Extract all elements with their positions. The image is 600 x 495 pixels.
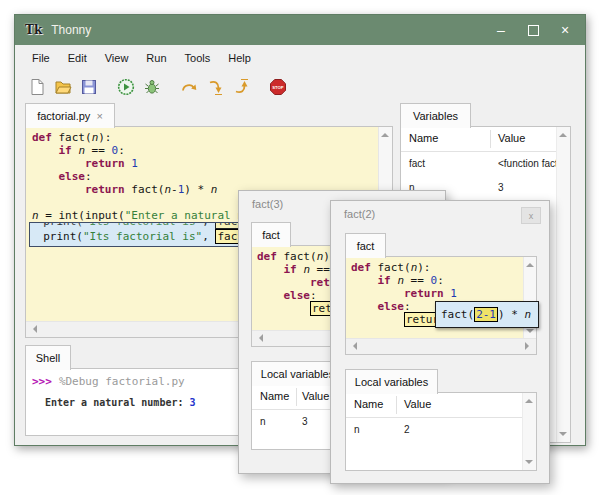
scroll-up-icon[interactable] bbox=[526, 259, 534, 267]
window-controls: – × bbox=[485, 15, 581, 45]
column-separator bbox=[490, 130, 491, 148]
tab-shell[interactable]: Shell bbox=[25, 345, 71, 370]
fact2-close-button[interactable]: x bbox=[521, 207, 541, 224]
scroll-up-icon[interactable] bbox=[559, 129, 567, 137]
shell-tab-label: Shell bbox=[36, 352, 60, 364]
fact2-locals-header: Name Value bbox=[346, 393, 536, 418]
fact3-tab-label: fact bbox=[262, 229, 280, 241]
cell-name: n bbox=[354, 424, 360, 435]
fact2-window-title: fact(2) bbox=[344, 208, 375, 220]
step-out-icon[interactable] bbox=[231, 77, 251, 97]
column-header-value: Value bbox=[498, 132, 525, 144]
user-input-text: 3 bbox=[190, 397, 196, 408]
minimize-button[interactable]: – bbox=[485, 15, 517, 45]
column-separator bbox=[396, 396, 397, 414]
menu-run[interactable]: Run bbox=[137, 49, 175, 67]
scroll-left-icon[interactable] bbox=[29, 325, 37, 333]
maximize-button[interactable] bbox=[517, 15, 549, 45]
open-file-icon[interactable] bbox=[53, 77, 73, 97]
fact3-locals-tab-label: Local variables bbox=[261, 368, 334, 380]
table-row[interactable]: fact<function fact a bbox=[401, 152, 570, 176]
scroll-up-icon[interactable] bbox=[525, 395, 533, 403]
cell-value: 2 bbox=[404, 424, 410, 435]
cell-name: n bbox=[260, 416, 266, 427]
debug-current-script-icon[interactable] bbox=[142, 77, 162, 97]
fact2-tab-fact[interactable]: fact bbox=[345, 233, 386, 258]
column-header-value: Value bbox=[302, 390, 329, 402]
fact2-frame-window: fact(2) x fact def fact(n): if n == 0: r… bbox=[330, 200, 550, 484]
column-separator bbox=[296, 388, 297, 406]
program-output-text: Enter a natural number: bbox=[45, 397, 190, 408]
shell-command: %Debug factorial.py bbox=[59, 375, 185, 388]
window-title: Thonny bbox=[51, 23, 91, 37]
menu-edit[interactable]: Edit bbox=[59, 49, 96, 67]
variables-tab-label: Variables bbox=[413, 110, 458, 122]
run-script-icon[interactable] bbox=[116, 77, 136, 97]
variables-scrollbar[interactable] bbox=[556, 127, 570, 442]
fact2-locals-frame: Name Value n2 bbox=[345, 392, 537, 471]
fact2-tab-local-variables[interactable]: Local variables bbox=[345, 369, 438, 394]
tab-factorial-py[interactable]: factorial.py × bbox=[25, 103, 115, 128]
tab-variables[interactable]: Variables bbox=[400, 103, 471, 128]
toolbar: STOP bbox=[15, 70, 585, 103]
scroll-down-icon[interactable] bbox=[526, 329, 534, 337]
scroll-down-icon[interactable] bbox=[559, 432, 567, 440]
fact2-evaluated-expression-overlay: fact(2-1) * n bbox=[435, 301, 539, 328]
menu-help[interactable]: Help bbox=[219, 49, 260, 67]
maximize-icon bbox=[528, 25, 539, 36]
fact2-locals-tab-label: Local variables bbox=[355, 376, 428, 388]
fact3-window-title: fact(3) bbox=[252, 198, 283, 210]
fact3-tab-fact[interactable]: fact bbox=[251, 222, 291, 247]
cell-value: 3 bbox=[302, 416, 308, 427]
step-over-icon[interactable] bbox=[179, 77, 199, 97]
tab-close-icon[interactable]: × bbox=[96, 110, 102, 122]
svg-text:STOP: STOP bbox=[272, 84, 284, 89]
column-header-value: Value bbox=[404, 398, 431, 410]
menubar: File Edit View Run Tools Help bbox=[15, 45, 585, 70]
scroll-left-icon[interactable] bbox=[349, 342, 357, 350]
column-header-name: Name bbox=[260, 390, 289, 402]
column-header-name: Name bbox=[409, 132, 438, 144]
shell-prompt: >>> bbox=[32, 375, 52, 388]
scroll-down-icon[interactable] bbox=[525, 460, 533, 468]
thonny-logo-icon: Tk bbox=[25, 23, 42, 37]
menu-file[interactable]: File bbox=[23, 49, 59, 67]
fact2-locals-scrollbar[interactable] bbox=[522, 393, 536, 470]
editor-tab-label: factorial.py bbox=[37, 110, 90, 122]
step-into-icon[interactable] bbox=[205, 77, 225, 97]
save-file-icon[interactable] bbox=[79, 77, 99, 97]
cell-value: 3 bbox=[498, 182, 504, 193]
column-header-name: Name bbox=[354, 398, 383, 410]
table-row[interactable]: n2 bbox=[346, 418, 536, 442]
scroll-up-icon[interactable] bbox=[381, 129, 389, 137]
fact2-tab-label: fact bbox=[357, 240, 375, 252]
menu-view[interactable]: View bbox=[96, 49, 138, 67]
scroll-left-icon[interactable] bbox=[255, 334, 263, 342]
fact2-horizontal-scrollbar[interactable] bbox=[346, 338, 536, 354]
menu-tools[interactable]: Tools bbox=[176, 49, 220, 67]
variables-table-header: Name Value bbox=[401, 127, 570, 152]
stop-icon[interactable]: STOP bbox=[268, 77, 288, 97]
titlebar[interactable]: Tk Thonny – × bbox=[15, 15, 585, 45]
close-button[interactable]: × bbox=[549, 15, 581, 45]
fact2-locals-body: n2 bbox=[346, 418, 536, 442]
scroll-right-icon[interactable] bbox=[525, 342, 533, 350]
cell-name: fact bbox=[409, 158, 425, 169]
new-file-icon[interactable] bbox=[27, 77, 47, 97]
